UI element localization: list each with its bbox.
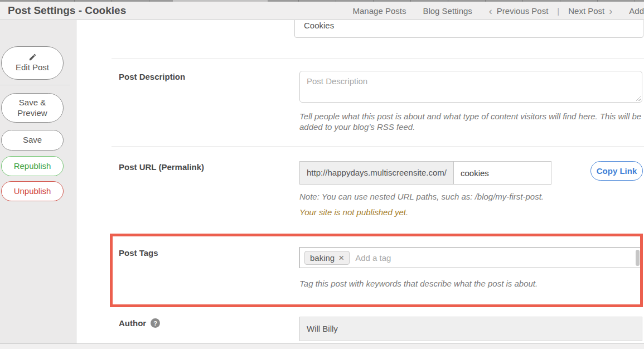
nav-add-post[interactable]: Add xyxy=(629,6,644,16)
tag-chip: baking × xyxy=(304,251,350,265)
edit-post-button[interactable]: Edit Post xyxy=(1,46,64,80)
post-tags-label: Post Tags xyxy=(119,248,158,258)
not-published-warning: Your site is not published yet. xyxy=(299,207,408,217)
add-tag-input[interactable] xyxy=(355,253,642,263)
author-field: Will Billy xyxy=(299,317,642,341)
post-description-label: Post Description xyxy=(119,72,185,81)
page-title: Post Settings - Cookies xyxy=(8,4,126,17)
republish-button[interactable]: Republish xyxy=(1,156,64,176)
nav-separator: | xyxy=(557,6,559,16)
help-icon[interactable]: ? xyxy=(151,318,160,328)
unpublish-button[interactable]: Unpublish xyxy=(1,181,64,201)
post-tags-help: Tag this post with keywords that describ… xyxy=(299,278,644,289)
post-url-prefix: http://happydays.multiscreensite.com/ xyxy=(300,162,454,184)
remove-tag-icon[interactable]: × xyxy=(338,253,344,263)
post-url-note: Note: You can use nested URL paths, such… xyxy=(299,191,644,202)
author-label-row: Author ? xyxy=(119,318,160,328)
highlight-annotation-box xyxy=(110,234,643,307)
post-url-label: Post URL (Permalink) xyxy=(119,162,204,172)
browser-tab-strip xyxy=(0,0,644,2)
chevron-right-icon: › xyxy=(609,6,612,16)
post-settings-page: Post Settings - Cookies Manage Posts Blo… xyxy=(0,0,644,349)
section-divider xyxy=(112,146,644,147)
section-divider xyxy=(112,58,644,59)
post-description-help: Tell people what this post is about and … xyxy=(299,111,644,132)
author-label: Author xyxy=(119,318,146,328)
save-button[interactable]: Save xyxy=(1,130,64,151)
footer-bar xyxy=(0,343,644,349)
post-url-group: http://happydays.multiscreensite.com/ xyxy=(299,161,551,185)
browser-tab-strip-segment xyxy=(173,0,268,2)
pencil-icon xyxy=(28,53,37,61)
save-and-preview-button[interactable]: Save & Preview xyxy=(1,93,64,123)
tags-scrollbar-thumb[interactable] xyxy=(636,250,640,266)
post-url-slug-input[interactable] xyxy=(454,162,551,184)
nav-next-post[interactable]: Next Post › xyxy=(568,6,612,16)
nav-previous-post[interactable]: ‹ Previous Post xyxy=(489,6,549,16)
sidebar: Edit Post Save & Preview Save Republish … xyxy=(0,20,76,343)
copy-link-button[interactable]: Copy Link xyxy=(590,161,643,181)
edit-post-label: Edit Post xyxy=(16,62,49,73)
nav-manage-posts[interactable]: Manage Posts xyxy=(353,6,406,16)
chevron-left-icon: ‹ xyxy=(489,6,492,16)
post-tags-input[interactable]: baking × xyxy=(299,247,642,268)
nav-blog-settings[interactable]: Blog Settings xyxy=(423,6,472,16)
sidebar-divider xyxy=(0,85,70,85)
header-nav: Manage Posts Blog Settings ‹ Previous Po… xyxy=(353,2,644,20)
tag-label: baking xyxy=(310,253,335,263)
header-bar: Post Settings - Cookies Manage Posts Blo… xyxy=(0,2,644,20)
post-description-textarea[interactable] xyxy=(299,71,642,103)
